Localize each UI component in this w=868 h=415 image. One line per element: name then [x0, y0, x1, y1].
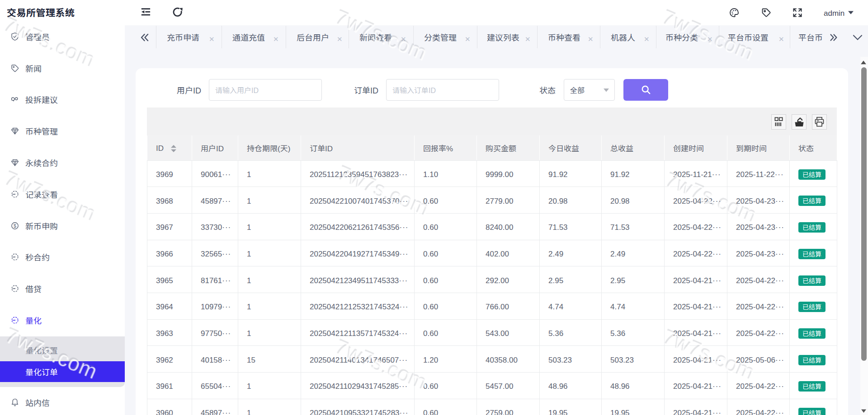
svg-text:$: $: [14, 223, 16, 228]
